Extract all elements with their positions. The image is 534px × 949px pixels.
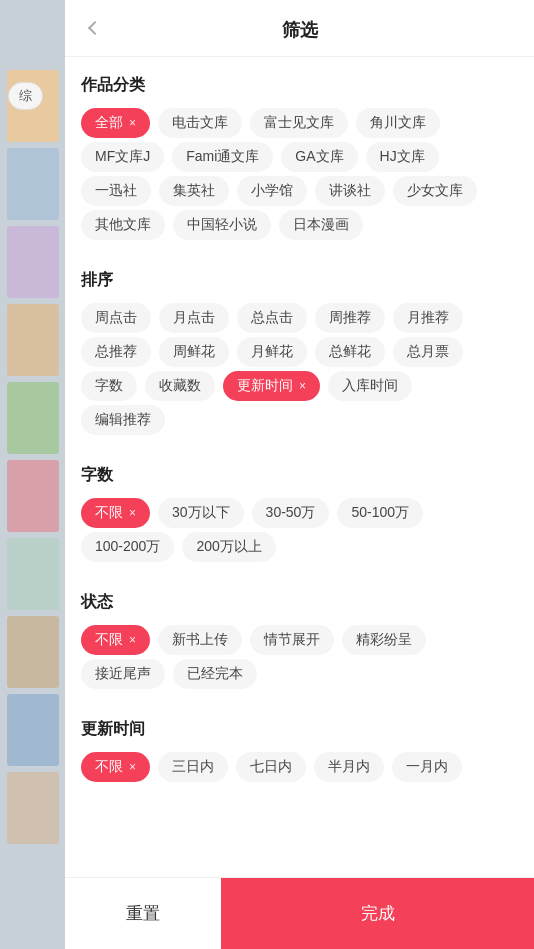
back-button[interactable] [81, 14, 109, 42]
tag-更新时间[interactable]: 更新时间× [223, 371, 320, 401]
tag-收藏数[interactable]: 收藏数 [145, 371, 215, 401]
back-icon [88, 21, 102, 35]
close-icon: × [129, 633, 136, 647]
tag-GA文库[interactable]: GA文库 [281, 142, 357, 172]
tag-三日内[interactable]: 三日内 [158, 752, 228, 782]
tag-不限[interactable]: 不限× [81, 498, 150, 528]
tag-一月内[interactable]: 一月内 [392, 752, 462, 782]
tag-总月票[interactable]: 总月票 [393, 337, 463, 367]
section-title-sort: 排序 [81, 270, 518, 291]
tag-月推荐[interactable]: 月推荐 [393, 303, 463, 333]
section-title-update_time: 更新时间 [81, 719, 518, 740]
filter-panel: 筛选 作品分类全部×电击文库富士见文库角川文库MF文库JFami通文库GA文库H… [65, 0, 534, 949]
tag-精彩纷呈[interactable]: 精彩纷呈 [342, 625, 426, 655]
tag-富士见文库[interactable]: 富士见文库 [250, 108, 348, 138]
tag-月鲜花[interactable]: 月鲜花 [237, 337, 307, 367]
tag-周鲜花[interactable]: 周鲜花 [159, 337, 229, 367]
tag-Fami通文库[interactable]: Fami通文库 [172, 142, 273, 172]
tag-月点击[interactable]: 月点击 [159, 303, 229, 333]
footer: 重置 完成 [65, 877, 534, 949]
close-icon: × [129, 506, 136, 520]
tag-周点击[interactable]: 周点击 [81, 303, 151, 333]
section-category: 作品分类全部×电击文库富士见文库角川文库MF文库JFami通文库GA文库HJ文库… [81, 57, 518, 252]
section-title-status: 状态 [81, 592, 518, 613]
tag-角川文库[interactable]: 角川文库 [356, 108, 440, 138]
tag-row-sort-0: 周点击月点击总点击周推荐月推荐 [81, 303, 518, 333]
filter-header: 筛选 [65, 0, 534, 57]
tag-小学馆[interactable]: 小学馆 [237, 176, 307, 206]
tag-接近尾声[interactable]: 接近尾声 [81, 659, 165, 689]
tag-其他文库[interactable]: 其他文库 [81, 210, 165, 240]
filter-content: 作品分类全部×电击文库富士见文库角川文库MF文库JFami通文库GA文库HJ文库… [65, 57, 534, 877]
tag-总鲜花[interactable]: 总鲜花 [315, 337, 385, 367]
tag-MF文库J[interactable]: MF文库J [81, 142, 164, 172]
tag-全部[interactable]: 全部× [81, 108, 150, 138]
zong-chip[interactable]: 综 [8, 82, 43, 110]
tag-总点击[interactable]: 总点击 [237, 303, 307, 333]
tag-row-update_time-0: 不限×三日内七日内半月内一月内 [81, 752, 518, 782]
tag-row-category-2: 一迅社集英社小学馆讲谈社少女文库 [81, 176, 518, 206]
tag-row-category-0: 全部×电击文库富士见文库角川文库 [81, 108, 518, 138]
section-title-category: 作品分类 [81, 75, 518, 96]
section-sort: 排序周点击月点击总点击周推荐月推荐总推荐周鲜花月鲜花总鲜花总月票字数收藏数更新时… [81, 252, 518, 447]
tag-row-wordcount-1: 100-200万200万以上 [81, 532, 518, 562]
tag-row-sort-2: 字数收藏数更新时间×入库时间 [81, 371, 518, 401]
tag-少女文库[interactable]: 少女文库 [393, 176, 477, 206]
tag-200万以上[interactable]: 200万以上 [182, 532, 275, 562]
close-icon: × [129, 116, 136, 130]
tag-七日内[interactable]: 七日内 [236, 752, 306, 782]
close-icon: × [299, 379, 306, 393]
tag-半月内[interactable]: 半月内 [314, 752, 384, 782]
tag-row-sort-3: 编辑推荐 [81, 405, 518, 435]
reset-button[interactable]: 重置 [65, 878, 221, 949]
tag-row-category-3: 其他文库中国轻小说日本漫画 [81, 210, 518, 240]
confirm-button[interactable]: 完成 [221, 878, 534, 949]
tag-字数[interactable]: 字数 [81, 371, 137, 401]
tag-编辑推荐[interactable]: 编辑推荐 [81, 405, 165, 435]
tag-讲谈社[interactable]: 讲谈社 [315, 176, 385, 206]
section-status: 状态不限×新书上传情节展开精彩纷呈接近尾声已经完本 [81, 574, 518, 701]
tag-已经完本[interactable]: 已经完本 [173, 659, 257, 689]
tag-不限[interactable]: 不限× [81, 752, 150, 782]
left-panel [0, 0, 65, 949]
tag-周推荐[interactable]: 周推荐 [315, 303, 385, 333]
tag-row-status-0: 不限×新书上传情节展开精彩纷呈 [81, 625, 518, 655]
tag-电击文库[interactable]: 电击文库 [158, 108, 242, 138]
tag-新书上传[interactable]: 新书上传 [158, 625, 242, 655]
tag-入库时间[interactable]: 入库时间 [328, 371, 412, 401]
section-title-wordcount: 字数 [81, 465, 518, 486]
section-wordcount: 字数不限×30万以下30-50万50-100万100-200万200万以上 [81, 447, 518, 574]
tag-row-sort-1: 总推荐周鲜花月鲜花总鲜花总月票 [81, 337, 518, 367]
tag-row-wordcount-0: 不限×30万以下30-50万50-100万 [81, 498, 518, 528]
tag-一迅社[interactable]: 一迅社 [81, 176, 151, 206]
tag-情节展开[interactable]: 情节展开 [250, 625, 334, 655]
tag-集英社[interactable]: 集英社 [159, 176, 229, 206]
tag-50-100万[interactable]: 50-100万 [337, 498, 423, 528]
tag-HJ文库[interactable]: HJ文库 [366, 142, 439, 172]
tag-日本漫画[interactable]: 日本漫画 [279, 210, 363, 240]
tag-30万以下[interactable]: 30万以下 [158, 498, 244, 528]
tag-row-category-1: MF文库JFami通文库GA文库HJ文库 [81, 142, 518, 172]
tag-row-status-1: 接近尾声已经完本 [81, 659, 518, 689]
tag-100-200万[interactable]: 100-200万 [81, 532, 174, 562]
close-icon: × [129, 760, 136, 774]
header-title: 筛选 [282, 18, 318, 42]
tag-30-50万[interactable]: 30-50万 [252, 498, 330, 528]
tag-不限[interactable]: 不限× [81, 625, 150, 655]
tag-中国轻小说[interactable]: 中国轻小说 [173, 210, 271, 240]
section-update_time: 更新时间不限×三日内七日内半月内一月内 [81, 701, 518, 794]
tag-总推荐[interactable]: 总推荐 [81, 337, 151, 367]
